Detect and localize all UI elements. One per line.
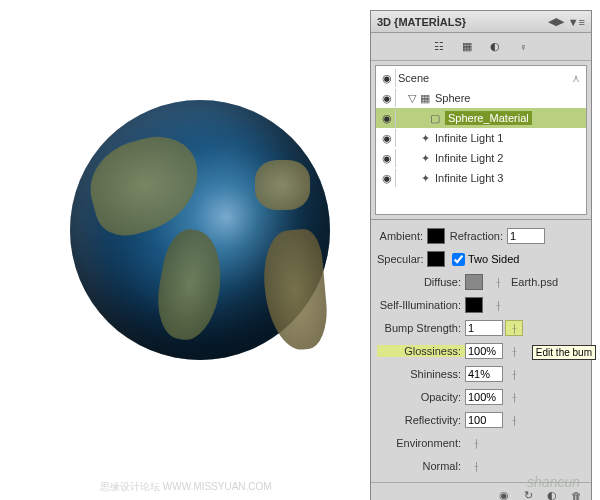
continent: [151, 226, 229, 345]
mesh-icon[interactable]: ▦: [454, 36, 480, 58]
material-icon: ▢: [428, 112, 442, 125]
watermark: shancun: [527, 474, 580, 490]
light-icon[interactable]: ♀: [510, 36, 536, 58]
tooltip: Edit the bum: [532, 345, 596, 360]
refraction-input[interactable]: [507, 228, 545, 244]
texture-icon[interactable]: ⟊: [489, 274, 507, 290]
eye-icon[interactable]: ◉: [378, 169, 396, 187]
mesh-icon: ▦: [418, 92, 432, 105]
continent: [255, 160, 310, 210]
materials-panel: 3D {MATERİALS} ◀▶ ▼≡ ☷ ▦ ◐ ♀ ◉ Scene ⋏ ◉…: [370, 10, 592, 500]
eye-icon[interactable]: ◉: [378, 109, 396, 127]
panel-title: 3D {MATERİALS}: [377, 16, 544, 28]
bump-input[interactable]: [465, 320, 503, 336]
continent: [260, 228, 330, 353]
prop-environment: Environment: ⟊: [377, 432, 585, 454]
texture-icon[interactable]: ⟊: [467, 435, 485, 451]
earth-sphere[interactable]: [70, 100, 330, 360]
continent: [80, 127, 210, 242]
tree-row-scene[interactable]: ◉ Scene ⋏: [376, 68, 586, 88]
tree-row-material[interactable]: ◉ ▢ Sphere_Material: [376, 108, 586, 128]
prop-opacity: Opacity: ⟊: [377, 386, 585, 408]
specular-swatch[interactable]: [427, 251, 445, 267]
prop-diffuse: Diffuse: ⟊ Earth.psd: [377, 271, 585, 293]
tree-row-light1[interactable]: ◉ ✦ Infinite Light 1: [376, 128, 586, 148]
twosided-checkbox[interactable]: [452, 253, 465, 266]
light-icon: ✦: [418, 172, 432, 185]
watermark-sub: 思缘设计论坛 WWW.MISSYUAN.COM: [100, 480, 272, 494]
texture-icon[interactable]: ⟊: [505, 366, 523, 382]
tree-row-sphere[interactable]: ◉ ▽ ▦ Sphere: [376, 88, 586, 108]
prop-ambient: Ambient: Refraction:: [377, 225, 585, 247]
texture-icon[interactable]: ⟊: [505, 389, 523, 405]
opacity-input[interactable]: [465, 389, 503, 405]
prop-shininess: Shininess: ⟊: [377, 363, 585, 385]
scene-tree: ◉ Scene ⋏ ◉ ▽ ▦ Sphere ◉ ▢ Sphere_Materi…: [375, 65, 587, 215]
selfillum-swatch[interactable]: [465, 297, 483, 313]
light-icon: ✦: [418, 152, 432, 165]
texture-icon[interactable]: ⟊: [489, 297, 507, 313]
prop-selfillum: Self-Illumination: ⟊: [377, 294, 585, 316]
eye-icon[interactable]: ◉: [378, 69, 396, 87]
diffuse-swatch[interactable]: [465, 274, 483, 290]
toggle-icon[interactable]: ▽: [406, 92, 418, 105]
glossiness-input[interactable]: [465, 343, 503, 359]
eye-icon[interactable]: ◉: [378, 89, 396, 107]
scene-icon[interactable]: ☷: [426, 36, 452, 58]
texture-icon[interactable]: ⟊: [505, 343, 523, 359]
tree-row-light2[interactable]: ◉ ✦ Infinite Light 2: [376, 148, 586, 168]
texture-icon[interactable]: ⟊: [505, 320, 523, 336]
ambient-swatch[interactable]: [427, 228, 445, 244]
prop-reflectivity: Reflectivity: ⟊: [377, 409, 585, 431]
eye-icon[interactable]: ◉: [378, 149, 396, 167]
panel-header: 3D {MATERİALS} ◀▶ ▼≡: [371, 11, 591, 33]
footer-icon[interactable]: ◉: [495, 488, 513, 501]
menu-icon[interactable]: ▼≡: [568, 16, 585, 28]
tree-row-light3[interactable]: ◉ ✦ Infinite Light 3: [376, 168, 586, 188]
collapse-icon[interactable]: ◀▶: [548, 15, 564, 28]
chevron-icon[interactable]: ⋏: [572, 72, 584, 85]
material-icon[interactable]: ◐: [482, 36, 508, 58]
toolbar: ☷ ▦ ◐ ♀: [371, 33, 591, 61]
prop-bump: Bump Strength: ⟊: [377, 317, 585, 339]
shininess-input[interactable]: [465, 366, 503, 382]
texture-icon[interactable]: ⟊: [467, 458, 485, 474]
reflectivity-input[interactable]: [465, 412, 503, 428]
prop-specular: Specular: Two Sided: [377, 248, 585, 270]
texture-icon[interactable]: ⟊: [505, 412, 523, 428]
light-icon: ✦: [418, 132, 432, 145]
eye-icon[interactable]: ◉: [378, 129, 396, 147]
viewport: [0, 0, 370, 500]
